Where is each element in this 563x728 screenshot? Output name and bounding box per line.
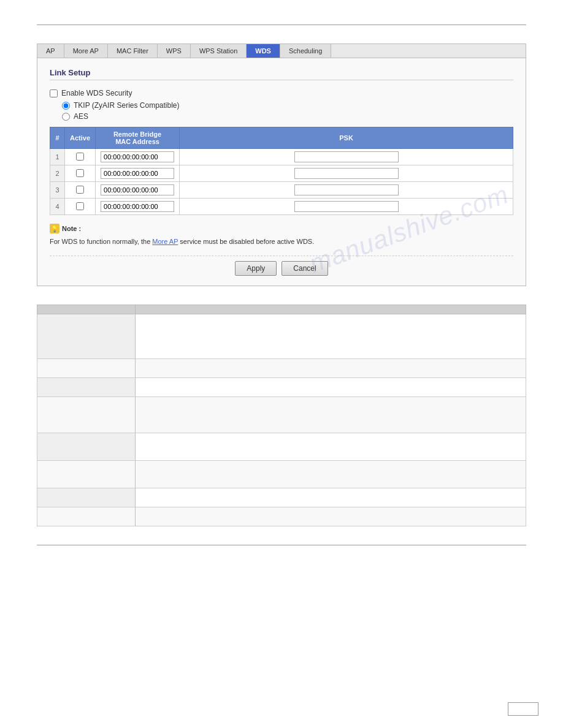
- col-num: #: [50, 127, 65, 149]
- enable-wds-security-row: Enable WDS Security: [50, 89, 513, 97]
- row-mac-4: [96, 199, 180, 215]
- ref-cell-label: [37, 433, 136, 461]
- psk-input-3[interactable]: [294, 184, 399, 195]
- ref-cell-value: [136, 461, 526, 488]
- psk-input-4[interactable]: [294, 201, 399, 212]
- table-row: 2: [50, 165, 513, 182]
- tab-wds[interactable]: WDS: [247, 44, 280, 58]
- ref-table: [37, 305, 526, 526]
- router-panel: AP More AP MAC Filter WPS WPS Station WD…: [37, 44, 526, 286]
- wds-table: # Active Remote BridgeMAC Address PSK 1: [50, 127, 513, 215]
- ref-cell-label: [37, 507, 136, 526]
- ref-cell-value: [136, 378, 526, 397]
- aes-radio-row: AES: [62, 112, 513, 121]
- active-checkbox-4[interactable]: [76, 202, 84, 210]
- row-psk-1: [180, 149, 513, 165]
- active-checkbox-1[interactable]: [76, 153, 84, 161]
- ref-row: [37, 359, 526, 378]
- col-psk: PSK: [180, 127, 513, 149]
- ref-cell-label: [37, 488, 136, 507]
- row-active-3: [65, 182, 96, 199]
- mac-input-2[interactable]: [101, 168, 174, 179]
- tab-ap[interactable]: AP: [37, 44, 64, 58]
- col-active: Active: [65, 127, 96, 149]
- ref-cell-value: [136, 507, 526, 526]
- tkip-radio-row: TKIP (ZyAIR Series Compatible): [62, 101, 513, 110]
- ref-cell-value: [136, 488, 526, 507]
- row-num-1: 1: [50, 149, 65, 165]
- table-row: 1: [50, 149, 513, 165]
- note-label: Note :: [62, 224, 81, 234]
- enable-wds-security-checkbox[interactable]: [50, 89, 58, 97]
- ref-row: [37, 433, 526, 461]
- row-num-2: 2: [50, 165, 65, 182]
- ref-cell-value: [136, 314, 526, 359]
- mac-input-4[interactable]: [101, 201, 174, 212]
- note-text-before: For WDS to function normally, the: [50, 238, 152, 245]
- tab-wps-station[interactable]: WPS Station: [191, 44, 247, 58]
- panel-body: Link Setup Enable WDS Security TKIP (ZyA…: [37, 58, 526, 286]
- row-psk-3: [180, 182, 513, 199]
- row-mac-3: [96, 182, 180, 199]
- cancel-button[interactable]: Cancel: [282, 261, 327, 276]
- col-mac: Remote BridgeMAC Address: [96, 127, 180, 149]
- row-psk-2: [180, 165, 513, 182]
- row-active-4: [65, 199, 96, 215]
- bottom-divider: [37, 545, 526, 545]
- ref-cell-value: [136, 433, 526, 461]
- ref-row: [37, 378, 526, 397]
- button-row: Apply Cancel: [50, 256, 513, 276]
- tab-mac-filter[interactable]: MAC Filter: [108, 44, 158, 58]
- ref-cell-label: [37, 378, 136, 397]
- row-num-3: 3: [50, 182, 65, 199]
- ref-cell-value: [136, 359, 526, 378]
- mac-input-1[interactable]: [101, 151, 174, 162]
- ref-row: [37, 488, 526, 507]
- tab-scheduling[interactable]: Scheduling: [280, 44, 331, 58]
- table-row: 4: [50, 199, 513, 215]
- section-title: Link Setup: [50, 68, 513, 80]
- psk-input-2[interactable]: [294, 168, 399, 179]
- ref-cell-label: [37, 359, 136, 378]
- page-number-box: [508, 702, 538, 716]
- ref-cell-value: [136, 397, 526, 433]
- psk-input-1[interactable]: [294, 151, 399, 162]
- ref-row: [37, 397, 526, 433]
- ref-col2-header: [136, 305, 526, 314]
- row-active-2: [65, 165, 96, 182]
- row-num-4: 4: [50, 199, 65, 215]
- note-section: 💡 Note : For WDS to function normally, t…: [50, 224, 513, 247]
- tab-bar: AP More AP MAC Filter WPS WPS Station WD…: [37, 44, 526, 58]
- mac-input-3[interactable]: [101, 184, 174, 195]
- active-checkbox-2[interactable]: [76, 169, 84, 177]
- ref-cell-label: [37, 397, 136, 433]
- ref-row: [37, 461, 526, 488]
- ref-row: [37, 314, 526, 359]
- row-psk-4: [180, 199, 513, 215]
- tab-wps[interactable]: WPS: [158, 44, 191, 58]
- note-icon: 💡: [50, 224, 59, 233]
- aes-label: AES: [74, 112, 88, 121]
- top-divider: [37, 25, 526, 25]
- table-row: 3: [50, 182, 513, 199]
- note-text-after: service must be disabled before active W…: [178, 238, 314, 245]
- note-title: 💡 Note :: [50, 224, 513, 234]
- ref-cell-label: [37, 314, 136, 359]
- aes-radio[interactable]: [62, 113, 70, 121]
- enable-wds-security-label: Enable WDS Security: [61, 89, 132, 97]
- apply-button[interactable]: Apply: [235, 261, 277, 276]
- ref-cell-label: [37, 461, 136, 488]
- row-mac-1: [96, 149, 180, 165]
- security-section: Enable WDS Security TKIP (ZyAIR Series C…: [50, 89, 513, 121]
- more-ap-link[interactable]: More AP: [152, 238, 178, 245]
- active-checkbox-3[interactable]: [76, 186, 84, 194]
- row-mac-2: [96, 165, 180, 182]
- ref-col1-header: [37, 305, 136, 314]
- ref-row: [37, 507, 526, 526]
- tkip-label: TKIP (ZyAIR Series Compatible): [74, 101, 180, 110]
- row-active-1: [65, 149, 96, 165]
- tab-more-ap[interactable]: More AP: [64, 44, 108, 58]
- note-text: For WDS to function normally, the More A…: [50, 237, 513, 248]
- tkip-radio[interactable]: [62, 102, 70, 110]
